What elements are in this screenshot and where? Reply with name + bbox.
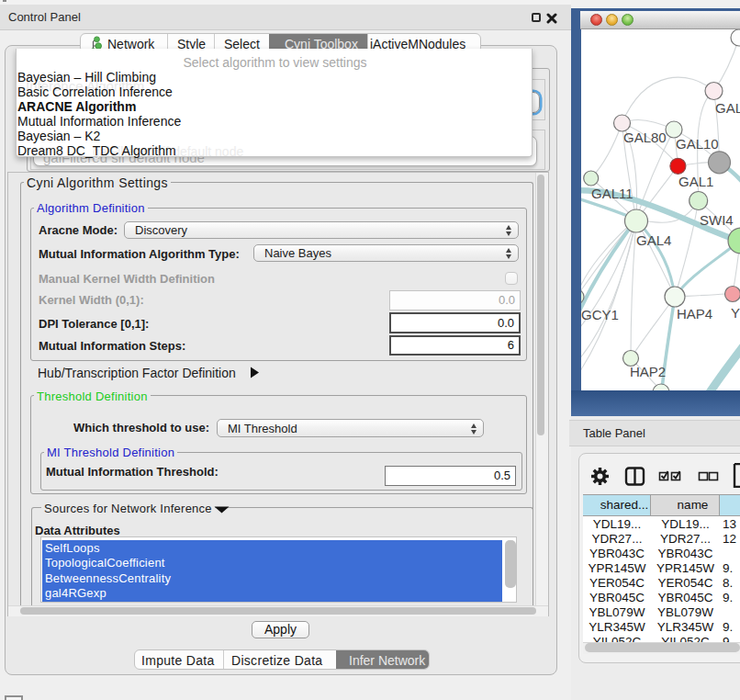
svg-text:GCY1: GCY1	[581, 307, 619, 322]
svg-text:SWI4: SWI4	[700, 212, 734, 228]
svg-text:GAL11: GAL11	[591, 186, 633, 201]
svg-text:GAL4: GAL4	[636, 232, 671, 248]
svg-text:GAL2: GAL2	[715, 100, 740, 116]
svg-text:GAL80: GAL80	[623, 130, 667, 145]
svg-text:GAL1: GAL1	[678, 174, 713, 189]
svg-text:HAP4: HAP4	[677, 306, 712, 322]
svg-text:HAP2: HAP2	[630, 364, 666, 379]
svg-text:Y: Y	[731, 305, 740, 321]
svg-text:GAL10: GAL10	[676, 136, 719, 152]
